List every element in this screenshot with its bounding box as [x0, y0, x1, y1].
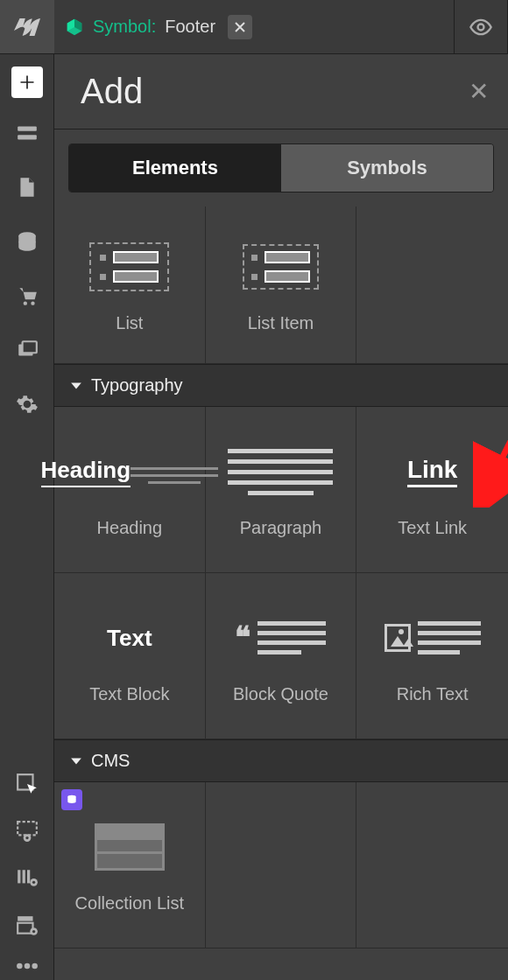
close-symbol-button[interactable] — [228, 15, 252, 39]
element-text-block[interactable]: Text Text Block — [54, 573, 206, 739]
selector-tool-icon[interactable] — [15, 772, 39, 796]
pages-icon[interactable] — [15, 175, 39, 200]
element-rich-text[interactable]: Rich Text — [356, 573, 508, 739]
tab-symbols[interactable]: Symbols — [281, 144, 493, 192]
cms-icon[interactable] — [15, 229, 39, 254]
element-text-link[interactable]: Link Text Link — [356, 407, 508, 573]
add-panel: Symbol: Footer Add ✕ Elements Symbols — [54, 0, 508, 980]
svg-rect-8 — [18, 822, 37, 835]
element-block-quote[interactable]: ❝ Block Quote — [206, 573, 357, 739]
element-list-item[interactable]: List Item — [206, 206, 357, 364]
close-panel-button[interactable]: ✕ — [469, 77, 489, 106]
empty-cell — [356, 206, 508, 364]
element-label: List — [116, 313, 143, 333]
section-cms-header[interactable]: CMS — [54, 739, 508, 782]
symbol-bar: Symbol: Footer — [54, 0, 508, 54]
paragraph-icon — [232, 441, 328, 502]
element-heading[interactable]: Heading Heading — [54, 407, 206, 573]
navigator-icon[interactable] — [15, 121, 39, 145]
svg-point-10 — [25, 836, 28, 839]
panel-header: Add ✕ — [54, 54, 508, 130]
webflow-logo[interactable] — [0, 0, 54, 54]
left-rail — [0, 0, 54, 980]
element-label: Paragraph — [240, 518, 321, 538]
svg-point-15 — [32, 881, 34, 884]
svg-point-22 — [32, 963, 38, 970]
more-icon[interactable] — [15, 961, 39, 971]
svg-rect-13 — [27, 870, 30, 883]
section-title: CMS — [91, 751, 130, 771]
cms-badge-icon — [61, 789, 82, 810]
chevron-down-icon — [70, 380, 82, 392]
add-element-button[interactable] — [11, 66, 43, 98]
layout-preview-icon[interactable] — [15, 914, 39, 938]
svg-rect-0 — [18, 126, 37, 130]
element-collection-list[interactable]: Collection List — [54, 782, 206, 948]
list-icon — [81, 236, 178, 298]
ecommerce-icon[interactable] — [15, 284, 39, 308]
svg-point-21 — [24, 963, 30, 970]
section-typography-header[interactable]: Typography — [54, 364, 508, 407]
symbol-label: Symbol: — [93, 17, 156, 37]
empty-cell — [206, 782, 357, 948]
assets-icon[interactable] — [15, 338, 39, 362]
svg-rect-12 — [22, 870, 25, 883]
symbol-cube-icon — [65, 18, 84, 37]
element-label: Rich Text — [397, 684, 469, 704]
audit-lines-icon[interactable] — [15, 866, 39, 891]
heading-icon: Heading — [81, 441, 178, 502]
element-label: Text Link — [398, 518, 467, 538]
text-link-icon: Link — [385, 441, 481, 502]
section-title: Typography — [91, 375, 183, 396]
close-icon — [235, 22, 245, 32]
rich-text-icon — [385, 607, 481, 668]
tab-elements[interactable]: Elements — [69, 144, 281, 192]
symbol-name: Footer — [165, 17, 215, 37]
svg-rect-11 — [18, 870, 20, 883]
elements-grid-basic: List List Item — [54, 206, 508, 364]
svg-point-19 — [32, 930, 34, 933]
empty-cell — [356, 782, 508, 948]
svg-point-23 — [478, 24, 484, 30]
element-label: Text Block — [89, 684, 169, 704]
tabs: Elements Symbols — [68, 144, 494, 192]
svg-rect-6 — [22, 341, 36, 353]
element-list[interactable]: List — [54, 206, 206, 364]
eye-icon — [469, 15, 493, 39]
element-label: List Item — [248, 313, 314, 333]
block-quote-icon: ❝ — [232, 607, 328, 668]
text-block-icon: Text — [81, 607, 178, 668]
element-paragraph[interactable]: Paragraph — [206, 407, 357, 573]
preview-toggle[interactable] — [454, 0, 508, 54]
element-label: Heading — [97, 518, 163, 538]
preview-dashed-icon[interactable] — [15, 819, 39, 844]
chevron-down-icon — [70, 755, 82, 767]
settings-icon[interactable] — [15, 392, 39, 416]
svg-point-20 — [17, 963, 23, 970]
collection-list-icon — [81, 816, 178, 878]
elements-grid-typography: Heading Heading Paragraph Link Text Link — [54, 407, 508, 739]
element-label: Collection List — [75, 893, 185, 914]
svg-rect-16 — [18, 916, 32, 920]
svg-point-4 — [31, 302, 34, 305]
svg-point-3 — [23, 302, 26, 305]
panel-title: Add — [81, 72, 143, 111]
list-item-icon — [232, 236, 328, 298]
elements-grid-cms: Collection List — [54, 782, 508, 948]
svg-rect-1 — [18, 135, 37, 139]
element-label: Block Quote — [233, 684, 328, 704]
